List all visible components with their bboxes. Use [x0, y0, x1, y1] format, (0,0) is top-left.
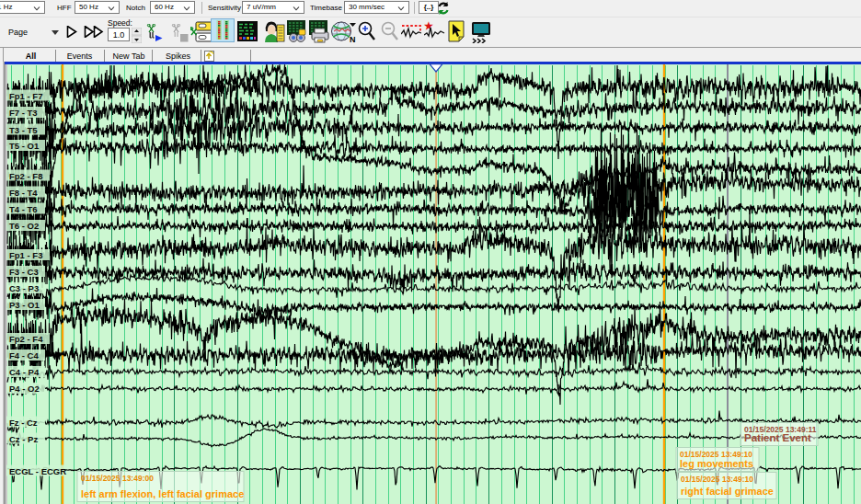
svg-text:leg movements: leg movements [680, 458, 753, 469]
svg-text:01/15/2025 13:49:10: 01/15/2025 13:49:10 [681, 475, 753, 484]
svg-text:★: ★ [424, 21, 433, 31]
svg-text:right facial grimace: right facial grimace [681, 486, 774, 497]
svg-text:F7 - T3: F7 - T3 [9, 108, 38, 118]
svg-text:T4 - T6: T4 - T6 [9, 204, 38, 214]
svg-text:ECGL - ECGR: ECGL - ECGR [9, 466, 66, 476]
svg-text:T6 - O2: T6 - O2 [9, 221, 39, 231]
svg-text:Patient Event: Patient Event [744, 432, 811, 443]
svg-text:P4 - O2: P4 - O2 [9, 384, 40, 394]
svg-text:N: N [350, 35, 356, 44]
svg-text:Fp2 - F4: Fp2 - F4 [9, 334, 43, 344]
svg-text:left arm flexion, left facial: left arm flexion, left facial grimace [81, 488, 244, 499]
svg-text:T3 - T5: T3 - T5 [9, 125, 38, 135]
svg-text:Fp1 - F3: Fp1 - F3 [9, 250, 42, 260]
svg-text:P3 - O1: P3 - O1 [9, 300, 40, 310]
svg-text:F8 - T4: F8 - T4 [9, 188, 38, 198]
svg-text:Fz - Cz: Fz - Cz [9, 418, 38, 428]
svg-text:Fp1 - F7: Fp1 - F7 [9, 91, 42, 101]
svg-text:C3 - P3: C3 - P3 [9, 283, 39, 293]
svg-text:T5 - O1: T5 - O1 [9, 141, 40, 151]
svg-text:F3 - C3: F3 - C3 [9, 267, 39, 277]
svg-text:F4 - C4: F4 - C4 [9, 350, 39, 361]
svg-text:C4 - P4: C4 - P4 [9, 367, 40, 377]
svg-text:01/15/2025 13:49:00: 01/15/2025 13:49:00 [81, 474, 154, 483]
svg-text:Fp2 - F8: Fp2 - F8 [9, 171, 42, 181]
svg-text:Cz - Pz: Cz - Pz [9, 434, 38, 444]
